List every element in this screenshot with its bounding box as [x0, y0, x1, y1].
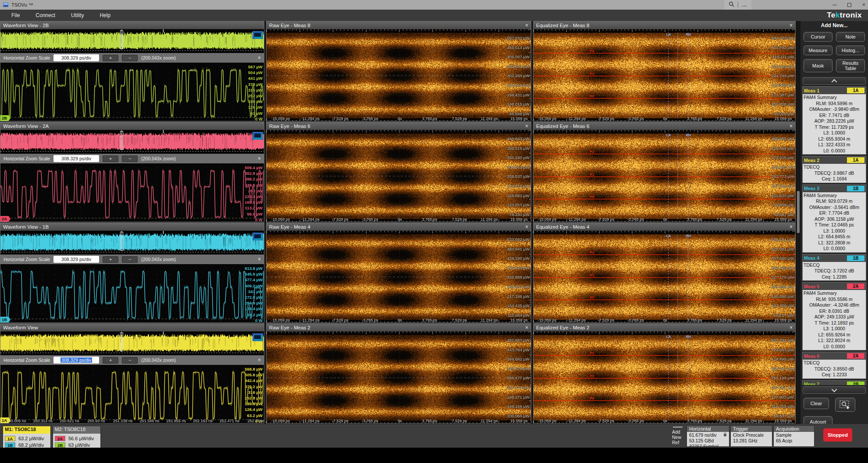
overview-canvas[interactable] — [0, 231, 264, 254]
measurement-card[interactable]: Meas 5 2A PAM4 Summary RLM: 935.5586 mOM… — [802, 282, 866, 350]
eye-canvas[interactable] — [267, 29, 531, 121]
zoom-out-button[interactable]: − — [122, 357, 138, 364]
panel-header[interactable]: Waveform View - 2B — [0, 21, 264, 29]
maximize-button[interactable] — [847, 3, 851, 7]
overview-map-icon[interactable] — [253, 333, 263, 341]
channel-row-2a[interactable]: 2A 56.6 µW/div — [55, 435, 99, 442]
module-m2-header[interactable]: M2: TSO8C18 — [53, 426, 100, 434]
add-histogram-button[interactable]: Histog... — [836, 46, 865, 55]
zoom-select-button[interactable] — [835, 398, 855, 412]
close-icon[interactable]: × — [525, 325, 528, 330]
add-mask-button[interactable]: Mask — [804, 59, 832, 72]
module-m1-header[interactable]: M1: TSO8C18 — [3, 426, 50, 434]
close-icon[interactable]: × — [790, 124, 793, 129]
add-note-button[interactable]: Note — [836, 32, 865, 42]
add-cursor-button[interactable]: Cursor — [804, 32, 832, 42]
eye-plot[interactable]: 507.931 µW456.514 µW405.097 µW353.681 µW… — [267, 29, 531, 121]
close-icon[interactable]: × — [790, 224, 793, 230]
panel-header[interactable]: Raw Eye - Meas 8 × — [267, 21, 531, 29]
zoom-in-button[interactable]: + — [103, 357, 118, 364]
close-icon[interactable]: × — [258, 156, 261, 161]
measurement-card-header[interactable]: Meas 4 1B — [803, 254, 866, 262]
measurement-card-header[interactable]: Meas 5 2A — [803, 283, 866, 290]
overview-map-icon[interactable] — [253, 132, 263, 140]
scroll-down-button[interactable] — [803, 386, 866, 394]
scrollbar-thumb[interactable] — [797, 191, 800, 233]
panel-header[interactable]: Equalized Eye - Meas 8 × — [534, 21, 795, 29]
overview-canvas[interactable] — [0, 332, 264, 355]
waveform-plot[interactable]: 567 µW504 µW441 µW378 µW315 µW252 µW189 … — [0, 63, 264, 121]
eye-canvas[interactable] — [267, 231, 531, 323]
close-button[interactable]: × — [862, 0, 865, 10]
measurement-card-header[interactable]: Meas 2 1A — [803, 156, 866, 164]
waveform-overview[interactable] — [0, 231, 264, 254]
zoom-scale-input[interactable]: 308.329 ps/div — [53, 155, 99, 162]
panel-header[interactable]: Raw Eye - Meas 4 × — [267, 223, 531, 231]
overview-canvas[interactable] — [0, 29, 264, 53]
waveform-canvas[interactable] — [0, 365, 264, 424]
zoom-in-button[interactable]: + — [103, 156, 118, 162]
panel-header[interactable]: Raw Eye - Meas 6 × — [267, 122, 531, 130]
panel-header[interactable]: Equalized Eye - Meas 2 × — [534, 324, 795, 332]
overview-canvas[interactable] — [0, 130, 264, 154]
zoom-scale-input[interactable]: 308.329 ps/div — [53, 256, 99, 263]
channel-row-1b[interactable]: 1B 68.2 µW/div — [5, 442, 49, 448]
menu-help[interactable]: Help — [92, 10, 118, 21]
overview-map-icon[interactable] — [253, 31, 263, 39]
eye-canvas[interactable] — [534, 231, 796, 323]
clear-button[interactable]: Clear — [804, 398, 829, 409]
eye-canvas[interactable] — [534, 130, 796, 222]
measurement-card-header[interactable]: Meas 3 1B — [803, 185, 866, 192]
waveform-plot[interactable]: 568.8 µW505.6 µW442.4 µW379.2 µW316 µW25… — [0, 365, 264, 424]
zoom-scale-input[interactable]: 308.329 ps/div — [53, 54, 99, 61]
panel-header[interactable]: Waveform View - 1B — [0, 223, 264, 231]
vertical-scrollbar[interactable] — [797, 21, 800, 424]
close-icon[interactable]: × — [525, 124, 528, 129]
waveform-plot[interactable]: 509.4 µW452.8 µW396.2 µW339.6 µW283 µW22… — [0, 163, 264, 222]
module-m1-card[interactable]: M1: TSO8C18 1A 63.2 µW/div 1B 68.2 µW/di… — [3, 426, 51, 449]
close-icon[interactable]: × — [258, 55, 261, 60]
add-new-ref-button[interactable]: Add New Ref — [672, 425, 685, 446]
measurement-card[interactable]: Meas 1 1A PAM4 Summary RLM: 934.5996 mOM… — [802, 86, 866, 155]
eye-plot[interactable]: 588.141 µW522.901 µW457.660 µW392.420 µW… — [534, 231, 795, 323]
menu-file[interactable]: File — [4, 10, 28, 21]
zoom-tool-icon[interactable] — [729, 1, 734, 9]
waveform-overview[interactable] — [0, 130, 264, 154]
menu-connect[interactable]: Connect — [28, 10, 63, 21]
horizontal-settings-card[interactable]: Horizontal 61.679 ns/div 53.125 GBd 3276… — [687, 425, 729, 447]
eye-plot[interactable]: 440.843 µW395.516 µW350.190 µW304.863 µW… — [267, 130, 531, 222]
measurement-card[interactable]: Meas 2 1A TDECQ TDECQ: 3.9867 dBCeq: 1.1… — [802, 156, 866, 183]
scroll-up-button[interactable] — [803, 77, 866, 85]
eye-canvas[interactable] — [534, 332, 796, 424]
menu-utility[interactable]: Utility — [63, 10, 92, 21]
eye-plot[interactable]: 541.473 µW479.792 µW418.111 µW356.430 µW… — [534, 29, 795, 121]
zoom-in-button[interactable]: + — [103, 256, 118, 263]
add-results-table-button[interactable]: Results Table — [836, 59, 865, 72]
channel-row-1a[interactable]: 1A 63.2 µW/div — [5, 435, 49, 442]
measurement-card-header[interactable]: Meas 7 2B — [803, 381, 866, 385]
measurement-card[interactable]: Meas 3 1B PAM4 Summary RLM: 929.0729 mOM… — [802, 184, 866, 253]
zoom-out-button[interactable]: − — [122, 156, 138, 162]
waveform-overview[interactable] — [0, 332, 264, 355]
measurement-card[interactable]: Meas 6 2A TDECQ TDECQ: 3.8550 dBCeq: 1.2… — [802, 352, 866, 379]
channel-row-2b[interactable]: 2B 63 µW/div — [55, 442, 99, 448]
acquisition-status-button[interactable]: Stopped — [823, 428, 852, 442]
waveform-canvas[interactable] — [0, 264, 264, 323]
measurement-card-header[interactable]: Meas 6 2A — [803, 352, 866, 360]
waveform-overview[interactable] — [0, 29, 264, 53]
zoom-out-button[interactable]: − — [122, 256, 138, 263]
waveform-canvas[interactable] — [0, 63, 264, 121]
close-icon[interactable]: × — [525, 224, 528, 230]
measurement-card[interactable]: Meas 4 1B TDECQ TDECQ: 3.7202 dBCeq: 1.2… — [802, 254, 866, 281]
trigger-settings-card[interactable]: Trigger Clock Prescale 13.281 GHz — [730, 425, 772, 447]
eye-plot[interactable]: 532.791 µW473.643 µW414.495 µW355.347 µW… — [534, 332, 795, 424]
add-measure-button[interactable]: Measure — [804, 46, 832, 55]
panel-header[interactable]: Waveform View - 2A — [0, 122, 264, 130]
close-icon[interactable]: × — [258, 257, 261, 262]
eye-plot[interactable]: 492.887 µW443.784 µW394.682 µW345.579 µW… — [267, 332, 531, 424]
zoom-out-button[interactable]: − — [122, 55, 138, 61]
eye-plot[interactable]: 485.059 µW429.488 µW373.916 µW318.345 µW… — [534, 130, 795, 222]
close-icon[interactable]: × — [790, 325, 793, 330]
eye-canvas[interactable] — [267, 130, 531, 222]
panel-header[interactable]: Equalized Eye - Meas 6 × — [534, 122, 795, 130]
